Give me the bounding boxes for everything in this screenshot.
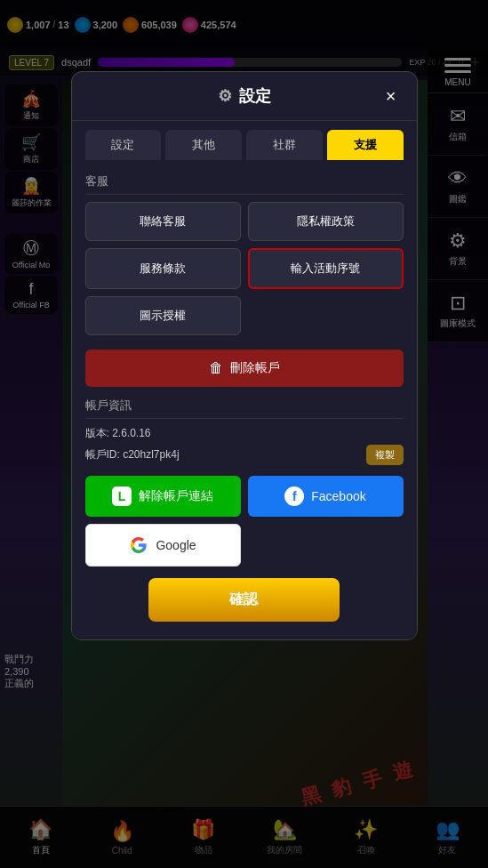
version-row: 版本: 2.6.0.16 xyxy=(85,426,404,441)
contact-button[interactable]: 聯絡客服 xyxy=(85,202,241,241)
facebook-connect-button[interactable]: f Facebook xyxy=(248,476,404,517)
modal-header: ⚙ 設定 × xyxy=(72,72,417,121)
terms-button[interactable]: 服務條款 xyxy=(85,248,241,289)
confirm-button[interactable]: 確認 xyxy=(148,578,340,622)
line-label: 解除帳戶連結 xyxy=(139,488,213,504)
modal-overlay: ⚙ 設定 × 設定 其他 社群 支援 客服 聯絡客服 隱私權政策 服務條款 輸入… xyxy=(0,0,488,868)
delete-account-button[interactable]: 🗑 刪除帳戶 xyxy=(85,350,404,387)
modal-title: ⚙ 設定 xyxy=(218,85,271,107)
close-button[interactable]: × xyxy=(379,84,404,108)
account-section: 版本: 2.6.0.16 帳戶ID: c20hzl7pk4j 複製 xyxy=(85,426,404,465)
account-info-label: 帳戶資訊 xyxy=(85,398,404,419)
icon-auth-button[interactable]: 圖示授權 xyxy=(85,296,241,335)
privacy-button[interactable]: 隱私權政策 xyxy=(248,202,404,241)
line-icon: L xyxy=(112,486,132,506)
account-id-text: 帳戶ID: c20hzl7pk4j xyxy=(85,447,180,462)
settings-modal: ⚙ 設定 × 設定 其他 社群 支援 客服 聯絡客服 隱私權政策 服務條款 輸入… xyxy=(71,71,418,640)
facebook-label: Facebook xyxy=(311,489,365,503)
version-text: 版本: 2.6.0.16 xyxy=(85,426,151,441)
delete-label: 刪除帳戶 xyxy=(230,360,280,376)
icon-auth-row: 圖示授權 xyxy=(85,296,404,342)
customer-service-label: 客服 xyxy=(85,173,404,195)
account-id-row: 帳戶ID: c20hzl7pk4j 複製 xyxy=(85,445,404,465)
promo-button[interactable]: 輸入活動序號 xyxy=(248,248,404,289)
copy-button[interactable]: 複製 xyxy=(366,445,404,465)
service-buttons-row2: 服務條款 輸入活動序號 xyxy=(85,248,404,289)
tab-support[interactable]: 支援 xyxy=(327,130,404,160)
trash-icon: 🗑 xyxy=(209,360,223,376)
modal-title-text: 設定 xyxy=(239,85,271,107)
google-row: Google xyxy=(85,524,404,574)
modal-tabs: 設定 其他 社群 支援 xyxy=(72,121,417,160)
connect-buttons: L 解除帳戶連結 f Facebook xyxy=(85,476,404,517)
tab-settings[interactable]: 設定 xyxy=(85,130,162,160)
google-connect-button[interactable]: Google xyxy=(85,524,241,567)
tab-other[interactable]: 其他 xyxy=(165,130,242,160)
settings-gear-icon: ⚙ xyxy=(218,86,232,106)
tab-community[interactable]: 社群 xyxy=(246,130,323,160)
google-icon xyxy=(129,535,148,555)
service-buttons-row1: 聯絡客服 隱私權政策 xyxy=(85,202,404,241)
google-label: Google xyxy=(156,538,196,552)
facebook-icon: f xyxy=(284,486,304,506)
modal-content: 客服 聯絡客服 隱私權政策 服務條款 輸入活動序號 圖示授權 🗑 刪除帳戶 帳戶… xyxy=(72,160,417,639)
line-connect-button[interactable]: L 解除帳戶連結 xyxy=(85,476,241,517)
